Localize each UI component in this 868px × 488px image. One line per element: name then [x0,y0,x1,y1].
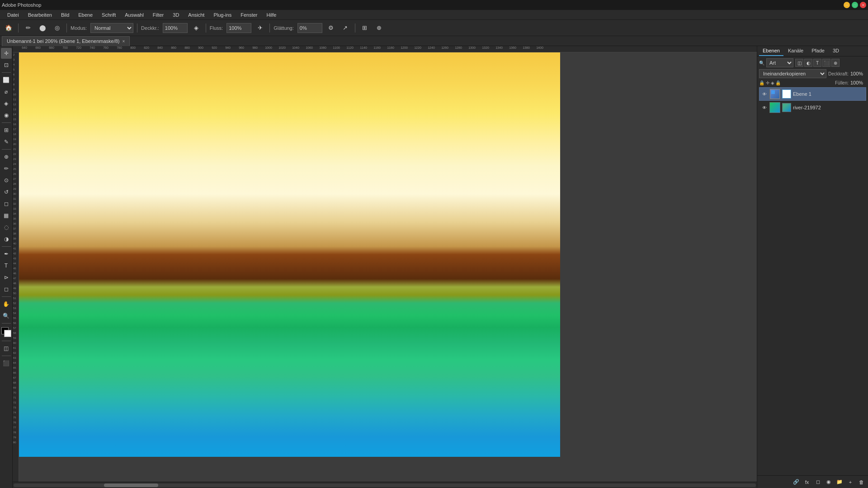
minimize-button[interactable]: ─ [844,2,850,8]
photo-canvas [19,52,560,457]
marquee-tool[interactable]: ⬜ [1,75,12,85]
maximize-button[interactable]: □ [852,2,858,8]
glaettung-settings-btn[interactable]: ⚙ [325,22,337,34]
ruler-num-880: 880 [184,46,190,49]
pen-tool[interactable]: ✒ [1,249,12,259]
angle-btn[interactable]: ↗ [340,22,351,34]
blend-mode-select[interactable]: Ineinanderkopieren Normal Multiplizieren [759,69,826,78]
window-controls[interactable]: ─ □ ✕ [844,2,866,8]
scrollbar-thumb[interactable] [104,483,158,487]
menu-plugins[interactable]: Plug-ins [210,11,235,19]
tab-pfade[interactable]: Pfade [808,46,828,56]
quick-select-tool[interactable]: ◉ [1,110,12,121]
color-picker[interactable] [1,327,11,337]
home-button[interactable]: 🏠 [3,22,14,34]
brush-size-btn[interactable]: ⬤ [37,22,48,34]
ruler-vnum-27: 27 [13,178,16,180]
deckkraft-input[interactable] [163,23,188,33]
filter-type-icon[interactable]: T [813,59,821,67]
layer-item-ebene1[interactable]: 👁 Ebene 1 [759,87,866,101]
filter-type-select[interactable]: Art [766,58,793,67]
menu-ansicht[interactable]: Ansicht [184,11,208,19]
tab-ebenen[interactable]: Ebenen [759,46,783,56]
layer-item-river[interactable]: 👁 river-219972 [759,101,866,114]
text-tool[interactable]: T [1,260,12,271]
new-layer-btn[interactable]: + [845,477,855,487]
modus-select[interactable]: Normal Multiplizieren Aufhellen [90,23,133,33]
menu-schrift[interactable]: Schrift [98,11,119,19]
menu-bild[interactable]: Bild [57,11,73,19]
document-tab[interactable]: Unbenannt-1 bei 206% (Ebene 1, Ebenenmas… [2,36,130,46]
filter-smart-icon[interactable]: ⊕ [831,59,840,67]
ruler-vnum-72: 72 [13,401,16,404]
zoom-tool[interactable]: 🔍 [1,310,12,321]
brush-preset-picker[interactable]: ✏ [22,22,34,34]
artboard-tool[interactable]: ⊡ [1,60,12,70]
blur-tool[interactable]: ◌ [1,222,12,233]
hand-tool[interactable]: ✋ [1,299,12,310]
tab-close-btn[interactable]: × [123,39,125,44]
screen-mode-btn[interactable]: ⬛ [1,358,12,369]
clone-tool[interactable]: ⊙ [1,175,12,186]
menu-ebene[interactable]: Ebene [75,11,96,19]
lasso-tool[interactable]: ⌀ [1,86,12,97]
fill-layer-btn[interactable]: ◉ [824,477,834,487]
close-button[interactable]: ✕ [860,2,866,8]
layer-visibility-river[interactable]: 👁 [761,104,768,111]
menu-datei[interactable]: Datei [4,11,23,19]
symmetry-btn[interactable]: ⊞ [359,22,371,34]
canvas-scroll-area[interactable]: 2345678910111213141516171819202122232425… [13,52,757,482]
filter-adjust-icon[interactable]: ◐ [804,59,812,67]
quick-mask-btn[interactable]: ◫ [1,343,12,354]
crop-tool[interactable]: ⊞ [1,125,12,136]
dodge-tool[interactable]: ◑ [1,234,12,244]
ruler-vnum-18: 18 [13,133,16,136]
layer-mask-btn[interactable]: ◻ [813,477,823,487]
gradient-tool[interactable]: ▦ [1,210,12,221]
path-select-tool[interactable]: ⊳ [1,272,12,283]
layer-thumb2-river [782,103,791,112]
ruler-num-1120: 1120 [346,46,354,49]
brush-tool[interactable]: ✏ [1,163,12,174]
eyedropper-tool[interactable]: ✎ [1,136,12,147]
ruler-vnum-42: 42 [13,252,16,255]
link-layers-btn[interactable]: 🔗 [791,477,801,487]
fluss-input[interactable] [226,23,251,33]
ruler-vnum-17: 17 [13,128,16,131]
menu-auswahl[interactable]: Auswahl [121,11,147,19]
group-layers-btn[interactable]: 📁 [835,477,844,487]
bottom-scroll[interactable] [13,482,757,488]
background-color[interactable] [4,330,11,337]
move-tool[interactable]: ✛ [1,48,12,59]
menu-bearbeiten[interactable]: Bearbeiten [24,11,56,19]
ruler-vnum-30: 30 [13,192,16,195]
tab-kanaele[interactable]: Kanäle [784,46,807,56]
layer-visibility-ebene1[interactable]: 👁 [761,91,768,97]
horizontal-scrollbar[interactable] [14,483,756,487]
filter-pixel-icon[interactable]: ◫ [795,59,803,67]
select-tool[interactable]: ◈ [1,98,12,109]
menu-hilfe[interactable]: Hilfe [263,11,280,19]
ruler-vnum-67: 67 [13,376,16,379]
tab-3d[interactable]: 3D [829,46,843,56]
menu-fenster[interactable]: Fenster [237,11,261,19]
layer-style-btn[interactable]: fx [802,477,812,487]
filter-shape-icon[interactable]: ⬛ [822,59,830,67]
history-brush-tool[interactable]: ↺ [1,187,12,197]
delete-layer-btn[interactable]: 🗑 [856,477,866,487]
airbrush-btn[interactable]: ✈ [254,22,266,34]
extra-btn[interactable]: ⊕ [373,22,385,34]
eraser-tool[interactable]: ◻ [1,198,12,209]
ruler-vnum-54: 54 [13,312,16,314]
menu-filter[interactable]: Filter [149,11,167,19]
ruler-vnum-11: 11 [13,98,16,101]
ruler-vnum-28: 28 [13,183,16,185]
menu-3d[interactable]: 3D [169,11,183,19]
shape-tool[interactable]: ◻ [1,284,12,295]
brush-hardness-btn[interactable]: ◎ [51,22,63,34]
healing-tool[interactable]: ⊕ [1,151,12,162]
deckkraft-pressure-btn[interactable]: ◈ [190,22,202,34]
separator3 [137,23,137,33]
canvas-image-area[interactable] [19,52,757,482]
glaettung-input[interactable] [297,23,322,33]
